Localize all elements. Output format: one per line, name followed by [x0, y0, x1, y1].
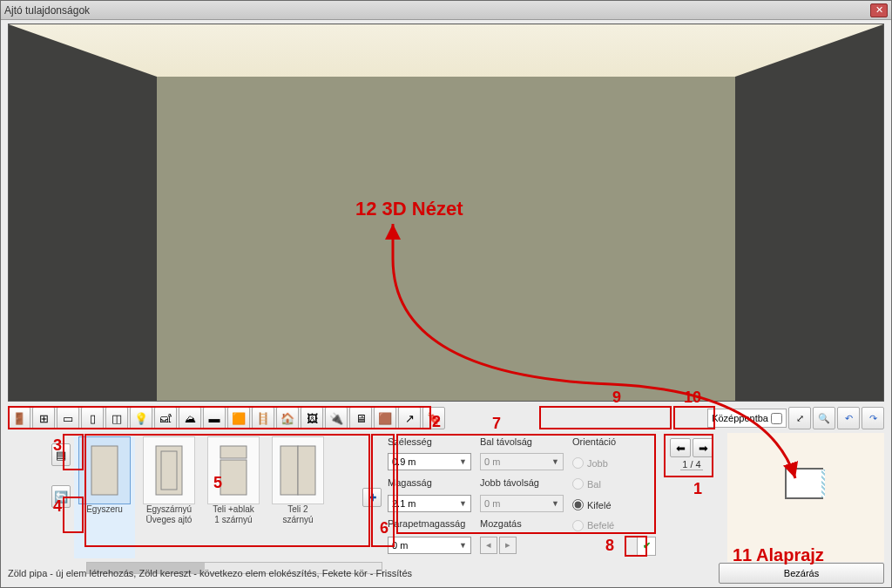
svg-rect-5	[280, 446, 298, 495]
orient-jobb-radio: Jobb	[572, 453, 656, 473]
parapet-label: Parapetmagasság	[388, 518, 471, 532]
tool-roof-icon[interactable]: ⛰	[179, 407, 201, 429]
tool-column-icon[interactable]: ▯	[81, 407, 104, 429]
width-input[interactable]: 0.9 m▼	[388, 453, 471, 470]
zoom-fit-icon[interactable]: ⤢	[788, 407, 811, 429]
room-3d-scene	[9, 24, 883, 401]
zoom-in-icon[interactable]: 🔍	[813, 407, 835, 429]
center-checkbox-label: Középpontba	[712, 413, 768, 423]
tool-picture-icon[interactable]: 🖼	[301, 407, 323, 429]
height-input[interactable]: 2.1 m▼	[388, 495, 471, 512]
close-button[interactable]: Bezárás	[719, 563, 884, 584]
orient-bal-radio: Bal	[572, 477, 656, 491]
center-checkbox-input[interactable]	[771, 413, 782, 424]
tool-wall-icon[interactable]: ▭	[57, 407, 79, 429]
gallery-up-icon[interactable]: ▤	[51, 443, 71, 466]
rightdist-input: 0 m▼	[480, 495, 564, 512]
svg-rect-4	[220, 460, 247, 495]
tool-beam-icon[interactable]: 🟧	[227, 407, 250, 429]
door-gallery: Egyszeru Egyszárnyú Üveges ajtó Teli +ab…	[71, 433, 362, 562]
check-icon: ✔	[643, 540, 651, 551]
tool-elec-icon[interactable]: 🔌	[325, 407, 348, 429]
footer: Zöld pipa - új elem létrehozás, Zöld ker…	[8, 564, 884, 582]
svg-rect-3	[220, 446, 247, 458]
tool-slab-icon[interactable]: ▬	[203, 407, 226, 429]
tool-lamp-icon[interactable]: 💡	[130, 407, 152, 429]
redo-icon[interactable]: ↷	[862, 407, 884, 429]
tool-floorlamp-icon[interactable]: 🛋	[154, 407, 177, 429]
height-label: Magasság	[388, 477, 471, 491]
parapet-input[interactable]: 0 m▼	[388, 537, 471, 554]
properties-grid: Szélesség Bal távolság Orientáció 0.9 m▼…	[382, 433, 661, 562]
leftdist-label: Bal távolság	[480, 436, 564, 449]
tool-terrain-icon[interactable]: 🏠	[276, 407, 299, 429]
dropdown-arrow-icon: ▼	[459, 457, 467, 466]
plan-symbol-icon	[785, 468, 823, 499]
3d-viewport[interactable]	[8, 24, 884, 402]
tool-door-icon[interactable]: 🚪	[8, 407, 30, 429]
tool-switch-icon[interactable]: ◫	[105, 407, 128, 429]
rightdist-label: Jobb távolság	[480, 477, 564, 491]
lower-panel: ▤ 🔄 Egyszeru Egyszárnyú Üveges ajtó Teli…	[8, 433, 884, 562]
page-prev-icon[interactable]: ⬅	[670, 438, 691, 457]
orient-label: Orientáció	[572, 436, 656, 449]
dialog-window: Ajtó tulajdonságok ✕ 12 3D Nézet 9 10 11…	[0, 0, 892, 588]
tool-floor-icon[interactable]: 🟫	[374, 407, 396, 429]
undo-icon[interactable]: ↶	[837, 407, 860, 429]
hint-text: Zöld pipa - új elem létrehozás, Zöld ker…	[8, 568, 719, 578]
apply-button[interactable]: ✔	[637, 537, 656, 556]
paging-column: ⬅ ➡ 1 / 4	[661, 433, 722, 562]
center-checkbox[interactable]: Középpontba	[707, 409, 787, 428]
gallery-item-teli2[interactable]: Teli 2 szárnyú	[267, 436, 328, 558]
move-label: Mozgatás	[480, 518, 564, 532]
gallery-item-egyszeru[interactable]: Egyszeru	[74, 436, 135, 558]
window-title: Ajtó tulajdonságok	[4, 4, 870, 17]
gallery-rotate-icon[interactable]: 🔄	[51, 485, 71, 508]
tool-calc-icon[interactable]: 🖥	[349, 407, 372, 429]
tool-arrow-icon[interactable]: ↗	[398, 407, 421, 429]
page-next-icon[interactable]: ➡	[693, 438, 713, 457]
view-controls: Középpontba ⤢ 🔍 ↶ ↷	[707, 407, 884, 429]
orient-befele-radio: Befelé	[572, 518, 656, 532]
move-right-button[interactable]: ▸	[499, 537, 517, 554]
orient-kifele-radio[interactable]: Kifelé	[572, 495, 656, 515]
gallery-column: ▤ 🔄 Egyszeru Egyszárnyú Üveges ajtó Teli…	[8, 433, 382, 562]
add-item-button[interactable]: ✚	[362, 488, 382, 507]
width-label: Szélesség	[388, 436, 471, 449]
category-toolbar: 🚪 ⊞ ▭ ▯ ◫ 💡 🛋 ⛰ ▬ 🟧 🪜 🏠 🖼 🔌 🖥 🟫 ↗ 🔖 Közé…	[8, 405, 884, 431]
svg-rect-0	[91, 446, 118, 495]
leftdist-input: 0 m▼	[480, 453, 564, 470]
move-stepper: ◂ ▸	[480, 537, 564, 558]
gallery-item-uveges[interactable]: Egyszárnyú Üveges ajtó	[139, 436, 199, 558]
plan-preview[interactable]	[727, 433, 884, 562]
gallery-item-teli-ablak[interactable]: Teli +ablak 1 szárnyú	[203, 436, 264, 558]
move-left-button[interactable]: ◂	[480, 537, 497, 554]
titlebar: Ajtó tulajdonságok ✕	[1, 1, 891, 20]
tool-label-icon[interactable]: 🔖	[422, 407, 445, 429]
close-icon[interactable]: ✕	[870, 3, 888, 17]
tool-stair-icon[interactable]: 🪜	[252, 407, 274, 429]
tool-window-icon[interactable]: ⊞	[32, 407, 55, 429]
svg-rect-6	[298, 446, 315, 495]
page-counter: 1 / 4	[680, 459, 702, 470]
svg-rect-2	[161, 451, 177, 490]
